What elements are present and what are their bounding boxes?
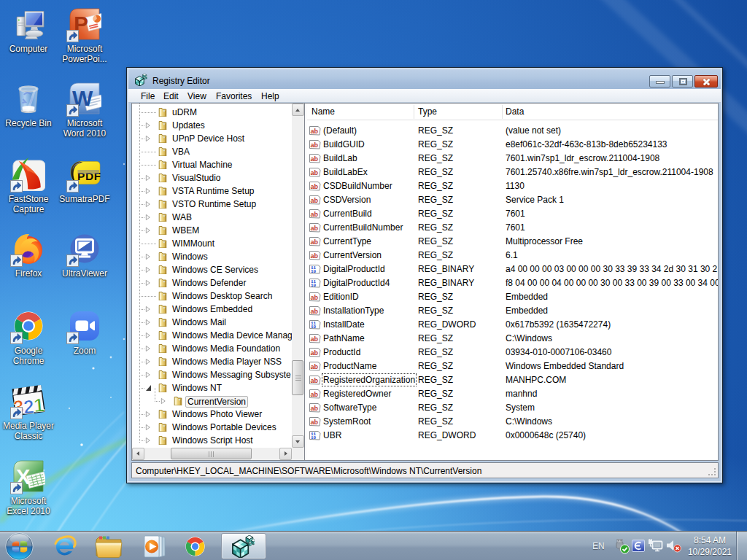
svg-text:1: 1 [33, 394, 45, 416]
